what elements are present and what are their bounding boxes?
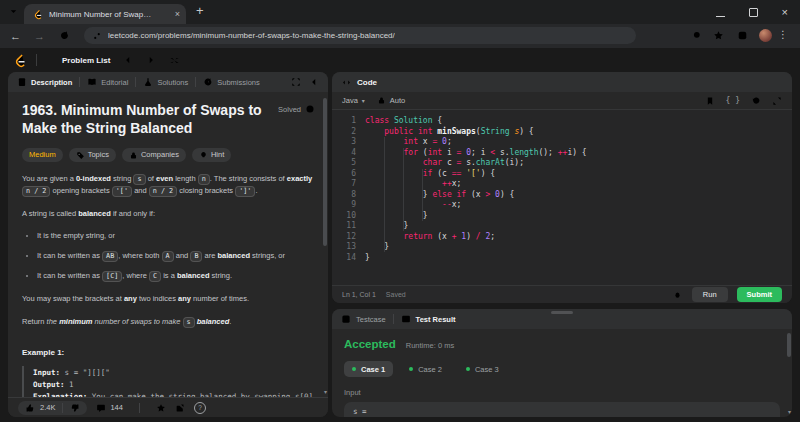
- window-close-button[interactable]: ×: [782, 7, 788, 18]
- code-line: 10 }: [332, 211, 792, 222]
- code-line: 14}: [332, 253, 792, 264]
- leetcode-navbar: Problem List 90 Premium: [0, 48, 800, 72]
- back-button[interactable]: ←: [10, 29, 21, 43]
- url-text: leetcode.com/problems/minimum-number-of-…: [108, 31, 395, 40]
- description-panel-tabs: Description Editorial Solutions Submissi…: [8, 72, 328, 92]
- comment-icon: [96, 403, 106, 413]
- hint-badge[interactable]: Hint: [192, 148, 231, 162]
- like-button[interactable]: [25, 403, 35, 413]
- code-line: 1class Solution {: [332, 116, 792, 127]
- description-paragraph: A string is called balanced if and only …: [22, 208, 314, 220]
- solved-badge: Solved: [278, 104, 315, 114]
- case-1-button[interactable]: Case 1: [344, 361, 393, 377]
- problem-list-icon[interactable]: [46, 55, 57, 66]
- verdict-text: Accepted: [344, 338, 396, 350]
- dislike-button[interactable]: [70, 403, 80, 413]
- new-tab-button[interactable]: +: [196, 3, 204, 18]
- tab-description[interactable]: Description: [17, 77, 72, 87]
- description-scrollbar[interactable]: [323, 98, 327, 246]
- comment-count: 144: [110, 403, 123, 412]
- bookmark-button[interactable]: [705, 96, 715, 106]
- badges-row: Medium Topics Companies Hint: [22, 148, 314, 162]
- zoom-icon[interactable]: [692, 30, 703, 41]
- window-maximize-button[interactable]: [749, 3, 758, 21]
- reset-code-button[interactable]: [751, 96, 761, 106]
- description-panel: Description Editorial Solutions Submissi…: [8, 72, 328, 417]
- address-bar[interactable]: leetcode.com/problems/minimum-number-of-…: [84, 27, 636, 44]
- test-result-scrollbar[interactable]: [787, 333, 791, 357]
- test-scroll-down-icon[interactable]: ▾: [788, 408, 791, 415]
- tab-search-button[interactable]: [8, 6, 19, 17]
- terminal-icon: [401, 314, 411, 324]
- case-2-button[interactable]: Case 2: [401, 361, 450, 377]
- lock-icon: [129, 151, 138, 160]
- solutions-icon: [143, 77, 153, 87]
- browser-tab-title: Minimum Number of Swaps to: [49, 10, 155, 19]
- tab-test-result[interactable]: Test Result: [401, 314, 456, 324]
- language-selector[interactable]: Java ▾: [342, 96, 365, 105]
- submissions-icon: [203, 77, 213, 87]
- panel-resize-handle[interactable]: [551, 311, 573, 314]
- list-item: It is the empty string, or: [37, 230, 314, 242]
- code-line: 5 char c = s.charAt(i);: [332, 158, 792, 169]
- topics-badge[interactable]: Topics: [69, 148, 116, 162]
- tab-close-icon[interactable]: ×: [175, 10, 180, 19]
- editor-fullscreen-button[interactable]: [772, 96, 782, 106]
- leetcode-logo[interactable]: [12, 53, 27, 68]
- tag-icon: [76, 151, 85, 160]
- leetcode-favicon: [32, 9, 43, 20]
- input-value-box[interactable]: s =: [344, 402, 780, 417]
- share-button[interactable]: [175, 403, 185, 413]
- list-item: It can be written as AB, where both A an…: [37, 250, 314, 262]
- description-paragraph: You are given a 0-indexed string s of ev…: [22, 173, 314, 197]
- description-icon: [17, 77, 27, 87]
- bookmark-star-button[interactable]: [713, 30, 724, 41]
- feedback-button[interactable]: ?: [194, 402, 206, 414]
- tab-editorial[interactable]: Editorial: [87, 77, 128, 87]
- code-line: 4 for (int i = 0; i < s.length(); ++i) {: [332, 148, 792, 159]
- case-3-button[interactable]: Case 3: [458, 361, 507, 377]
- cursor-position: Ln 1, Col 1: [342, 291, 376, 298]
- editor-toolbar: Java ▾ Auto { }: [332, 92, 792, 110]
- description-footer: 2.4K 144 ?: [8, 397, 328, 417]
- expand-panel-button[interactable]: [291, 77, 301, 87]
- window-minimize-button[interactable]: [716, 3, 725, 21]
- editorial-icon: [87, 77, 97, 87]
- code-line: 11 }: [332, 221, 792, 232]
- tab-solutions[interactable]: Solutions: [143, 77, 188, 87]
- problem-list-label[interactable]: Problem List: [62, 56, 110, 65]
- tab-testcase[interactable]: Testcase: [341, 314, 386, 324]
- format-code-button[interactable]: [684, 96, 694, 106]
- browser-toolbar: ← → leetcode.com/problems/minimum-number…: [0, 24, 800, 48]
- comments-button[interactable]: 144: [96, 403, 123, 413]
- random-problem-button[interactable]: [169, 55, 180, 66]
- auto-save-label[interactable]: Auto: [390, 96, 405, 105]
- tab-submissions[interactable]: Submissions: [203, 77, 260, 87]
- code-editor[interactable]: 1class Solution {2 public int minSwaps(S…: [332, 110, 792, 285]
- description-paragraph: Return the minimum number of swaps to ma…: [22, 316, 314, 328]
- difficulty-badge[interactable]: Medium: [22, 148, 63, 162]
- extensions-button[interactable]: [737, 30, 748, 41]
- solved-check-icon: [305, 104, 315, 114]
- submit-button[interactable]: Submit: [737, 287, 782, 302]
- site-settings-icon[interactable]: [92, 31, 102, 41]
- favorite-button[interactable]: [156, 403, 166, 413]
- lightbulb-icon: [199, 151, 208, 160]
- problem-description-body[interactable]: 1963. Minimum Number of Swaps to Make th…: [8, 92, 328, 397]
- collapse-panel-button[interactable]: [309, 77, 319, 87]
- prev-problem-button[interactable]: [123, 55, 133, 65]
- forward-button[interactable]: →: [34, 29, 45, 43]
- list-item: It can be written as [C], where C is a b…: [37, 270, 314, 282]
- reload-button[interactable]: [59, 30, 70, 41]
- next-problem-button[interactable]: [146, 55, 156, 65]
- browser-tab[interactable]: Minimum Number of Swaps to ×: [24, 4, 186, 24]
- browser-menu-button[interactable]: ⋮: [778, 29, 788, 40]
- debugger-button[interactable]: [672, 289, 683, 300]
- chevron-down-icon: ▾: [362, 97, 365, 104]
- companies-badge[interactable]: Companies: [122, 148, 186, 162]
- browser-profile-avatar[interactable]: [759, 29, 772, 42]
- braces-icon[interactable]: { }: [726, 96, 740, 105]
- scroll-down-arrow-icon[interactable]: ▾: [324, 388, 327, 395]
- run-button[interactable]: Run: [692, 287, 728, 302]
- test-result-body: Accepted Runtime: 0 ms Case 1Case 2Case …: [332, 329, 792, 417]
